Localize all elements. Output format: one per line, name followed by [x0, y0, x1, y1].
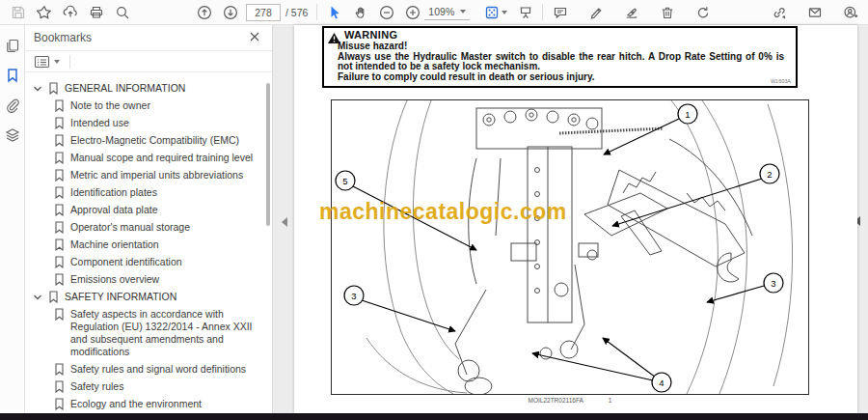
svg-text:3: 3: [351, 291, 356, 301]
bookmark-item[interactable]: Metric and imperial units abbreviations: [25, 166, 264, 183]
figure-caption: MOIL22TR02116FA 1: [331, 397, 809, 404]
figure-caption-page: 1: [609, 397, 612, 404]
bookmark-label: Note to the owner: [70, 99, 150, 112]
bookmark-icon: [54, 273, 65, 286]
select-tool-icon[interactable]: [326, 4, 342, 20]
bookmark-item[interactable]: Note to the owner: [25, 97, 264, 114]
bookmarks-options-bar: [25, 51, 272, 72]
bookmarks-scrollbar[interactable]: [266, 83, 270, 226]
bookmark-item[interactable]: Intended use: [25, 114, 264, 131]
bookmark-item[interactable]: Safety aspects in accordance with Regula…: [25, 305, 264, 360]
bookmark-icon: [54, 398, 65, 410]
dropdown-caret-icon[interactable]: [54, 60, 60, 64]
bookmark-section[interactable]: SAFETY INFORMATION: [25, 288, 264, 305]
attachments-panel-icon[interactable]: [4, 97, 20, 113]
svg-text:5: 5: [342, 176, 347, 186]
bookmark-label: Safety aspects in accordance with Regula…: [70, 308, 258, 358]
page-down-icon[interactable]: [222, 4, 238, 20]
bookmark-label: Safety rules: [70, 380, 123, 393]
zoom-out-icon[interactable]: [378, 4, 394, 20]
warning-consequence-text: Failure to comply could result in death …: [338, 72, 784, 83]
search-icon[interactable]: [114, 4, 130, 20]
bookmark-item[interactable]: Safety rules and signal word definitions: [25, 360, 264, 378]
bookmark-label: GENERAL INFORMATION: [65, 82, 185, 95]
watermark-text: machinecatalogic.com: [319, 199, 567, 225]
callout-1: 1: [678, 104, 697, 124]
bookmark-label: Ecology and the environment: [70, 398, 202, 410]
mail-icon[interactable]: [806, 4, 823, 20]
bookmark-list: GENERAL INFORMATIONNote to the ownerInte…: [25, 75, 264, 413]
bookmark-item[interactable]: Electro-Magnetic Compatibility (EMC): [25, 131, 264, 149]
svg-text:4: 4: [659, 378, 664, 388]
share-icon[interactable]: [62, 4, 78, 20]
profile-icon[interactable]: [842, 4, 858, 20]
fit-page-icon[interactable]: [483, 4, 500, 20]
bookmark-icon: [54, 363, 65, 376]
bottom-band: [0, 413, 868, 420]
bookmark-icon: [54, 99, 65, 112]
bookmark-item[interactable]: Identification plates: [25, 183, 264, 201]
bookmark-item[interactable]: Emissions overview: [25, 270, 264, 288]
warning-triangle-icon: [328, 30, 340, 41]
comment-icon[interactable]: [552, 4, 568, 20]
rear-hitch-diagram: 1 2 5 3 3 4: [332, 100, 808, 394]
bookmark-icon: [54, 186, 65, 199]
bookmark-item[interactable]: Operator's manual storage: [25, 218, 264, 236]
bookmark-icon: [54, 152, 65, 164]
navigation-rail: [0, 25, 25, 413]
bookmark-section[interactable]: GENERAL INFORMATION: [25, 79, 264, 97]
bookmark-icon: [54, 308, 65, 321]
bookmark-label: SAFETY INFORMATION: [65, 291, 176, 303]
bookmarks-panel: Bookmarks GENERAL INFORMATIONNote to the…: [25, 25, 273, 413]
star-icon[interactable]: [36, 4, 52, 20]
bookmark-label: Emissions overview: [70, 273, 159, 286]
pages-panel-icon[interactable]: [4, 37, 20, 53]
page-number-input[interactable]: 278: [246, 4, 281, 21]
presentation-icon[interactable]: [517, 4, 533, 20]
bookmark-icon: [48, 82, 59, 95]
zoom-in-icon[interactable]: [404, 4, 420, 20]
trash-icon[interactable]: [659, 4, 675, 20]
bookmark-item[interactable]: Component identification: [25, 253, 264, 270]
callout-3-left: 3: [344, 286, 364, 305]
top-toolbar: 278 / 576 109%: [0, 0, 868, 25]
layers-panel-icon[interactable]: [4, 126, 20, 143]
warning-box: WARNING Misuse hazard! Always use the Hy…: [322, 26, 798, 88]
pdf-page: WARNING Misuse hazard! Always use the Hy…: [294, 25, 857, 413]
bookmark-item[interactable]: Approval data plate: [25, 201, 264, 218]
bookmark-icon: [54, 169, 65, 182]
collapse-panel-arrow-icon[interactable]: [282, 217, 287, 227]
bookmark-icon: [54, 221, 65, 234]
chevron-down-icon: [33, 84, 42, 94]
bookmark-label: Component identification: [70, 256, 182, 268]
bookmark-label: Approval data plate: [70, 204, 157, 216]
dropdown-caret-icon: [460, 10, 466, 14]
bookmark-item[interactable]: Machine orientation: [25, 236, 264, 253]
rotate-icon[interactable]: [694, 4, 711, 20]
signature-icon[interactable]: [623, 4, 639, 20]
pencil-icon[interactable]: [587, 4, 604, 20]
bookmarks-panel-icon[interactable]: [4, 67, 20, 83]
hand-tool-icon[interactable]: [352, 4, 368, 20]
svg-text:1: 1: [685, 109, 690, 120]
bookmark-label: Safety rules and signal word definitions: [70, 363, 246, 376]
dropdown-caret-icon[interactable]: [502, 11, 507, 14]
bookmark-item[interactable]: Safety rules: [25, 378, 264, 395]
page-up-icon[interactable]: [196, 4, 212, 20]
panel-title: Bookmarks: [34, 31, 248, 44]
print-icon[interactable]: [88, 4, 104, 20]
bookmark-item[interactable]: Ecology and the environment: [25, 395, 264, 412]
bookmarks-panel-header: Bookmarks: [25, 25, 272, 51]
bookmark-item[interactable]: Manual scope and required training level: [25, 149, 264, 166]
zoom-level-dropdown[interactable]: 109%: [424, 5, 470, 20]
save-icon[interactable]: [10, 4, 26, 20]
bookmark-label: Manual scope and required training level: [70, 152, 253, 164]
document-viewer: WARNING Misuse hazard! Always use the Hy…: [273, 25, 868, 413]
svg-text:3: 3: [771, 278, 775, 289]
warning-instruction-text: Always use the Hydraulic Master switch t…: [338, 52, 784, 72]
bookmark-label: Machine orientation: [70, 238, 159, 251]
close-icon[interactable]: [248, 30, 263, 45]
callout-5: 5: [336, 171, 355, 190]
bookmark-options-icon[interactable]: [34, 55, 50, 69]
link-icon[interactable]: [771, 4, 787, 20]
